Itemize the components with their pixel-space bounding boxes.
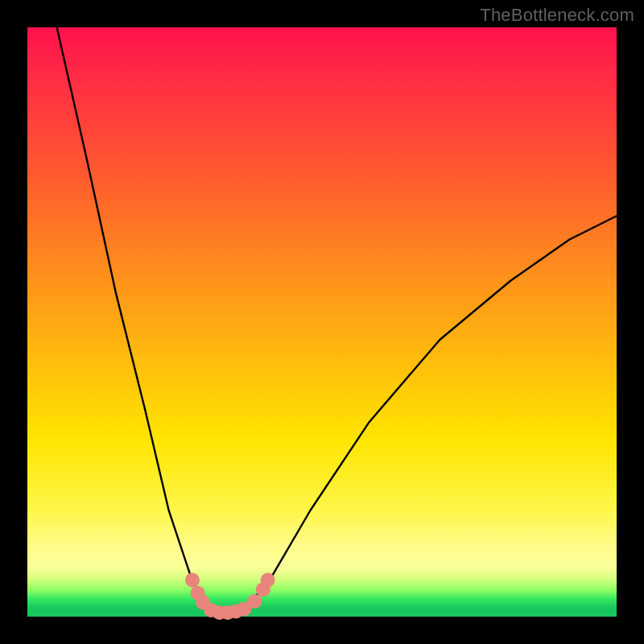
watermark-text: TheBottleneck.com [480,5,634,26]
highlight-dots-group [185,573,275,620]
highlight-dot [261,573,275,588]
bottleneck-curve [57,27,617,613]
chart-svg [27,27,617,617]
highlight-dot [248,594,262,609]
plot-area [27,27,617,617]
highlight-dot [185,573,200,588]
chart-wrapper: TheBottleneck.com [0,0,644,644]
